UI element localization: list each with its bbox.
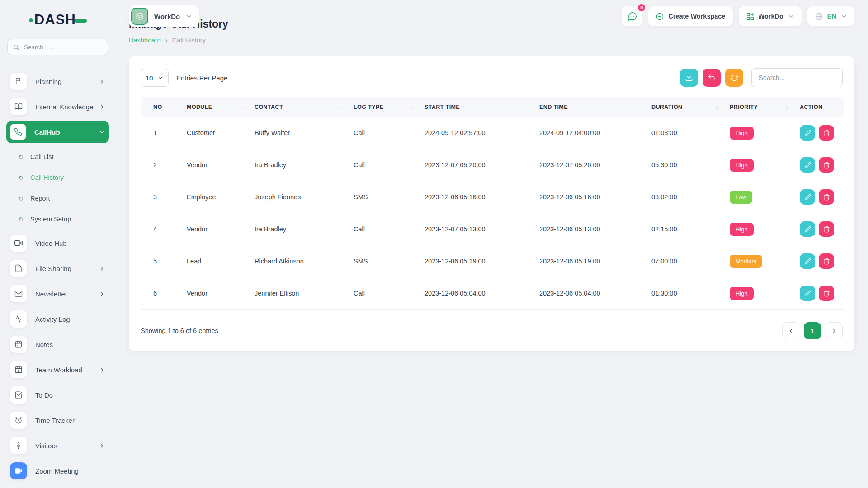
entries-per-page-value: 10: [146, 74, 153, 82]
edit-button[interactable]: [800, 157, 815, 173]
sidebar-subitem-report[interactable]: Report: [6, 188, 109, 209]
sidebar-item-notes[interactable]: Notes: [6, 332, 109, 357]
delete-button[interactable]: [819, 286, 834, 301]
sidebar-item-label: To Do: [35, 391, 53, 399]
pagination-next-button[interactable]: [826, 322, 843, 339]
sort-icon[interactable]: ↑↓: [240, 105, 244, 110]
cell-no: 5: [141, 245, 182, 277]
mail-icon: [10, 285, 27, 302]
messages-button[interactable]: 0: [622, 6, 642, 26]
file-icon: [10, 260, 27, 277]
pagination-page-1-button[interactable]: 1: [804, 322, 821, 339]
circle-bullet-icon: [18, 216, 24, 222]
refresh-button[interactable]: [725, 69, 743, 87]
phone-icon: [10, 124, 26, 140]
circle-bullet-icon: [18, 154, 24, 160]
table-search-input[interactable]: [751, 68, 843, 87]
edit-button[interactable]: [800, 286, 815, 301]
language-selector[interactable]: EN: [807, 6, 854, 26]
cell-priority: High: [725, 117, 795, 149]
sort-icon[interactable]: ↑↓: [339, 105, 343, 110]
delete-button[interactable]: [819, 253, 834, 269]
column-header-start-time[interactable]: START TIME↑↓: [420, 97, 535, 117]
grid-plus-icon: [746, 12, 755, 21]
create-workspace-button[interactable]: Create Workspace: [648, 6, 732, 26]
plus-circle-icon: [656, 12, 664, 21]
sidebar-item-label: CallHub: [34, 128, 60, 136]
person-icon: [10, 437, 27, 454]
cell-no: 4: [141, 213, 182, 245]
sort-icon[interactable]: ↑↓: [525, 105, 528, 110]
sidebar-item-zoom-meeting[interactable]: Zoom Meeting: [6, 458, 109, 483]
sort-icon[interactable]: ↑↓: [785, 105, 789, 110]
sidebar-item-visitors[interactable]: Visitors: [6, 433, 109, 458]
delete-button[interactable]: [819, 125, 834, 141]
sort-icon[interactable]: ↑↓: [637, 105, 641, 110]
cell-duration: 01:30:00: [647, 277, 725, 310]
cell-contact: Richard Atkinson: [250, 245, 349, 277]
sidebar-item-video-hub[interactable]: Video Hub: [6, 230, 109, 256]
column-header-label: PRIORITY: [730, 104, 758, 110]
sidebar-subitem-call-list[interactable]: Call List: [6, 146, 109, 167]
sidebar-subitem-call-history[interactable]: Call History: [6, 167, 109, 188]
cell-start-time: 2023-12-07 05:13:00: [420, 213, 535, 245]
brand-logo[interactable]: DASH: [29, 12, 109, 28]
priority-badge: High: [730, 159, 754, 172]
delete-button[interactable]: [819, 157, 834, 173]
cell-start-time: 2023-12-06 05:04:00: [420, 277, 535, 310]
cell-log-type: Call: [349, 213, 420, 245]
sidebar-item-file-sharing[interactable]: File Sharing: [6, 256, 109, 281]
column-header-module[interactable]: MODULE↑↓: [182, 97, 250, 117]
table-row: 4VendorIra BradleyCall2023-12-07 05:13:0…: [141, 213, 844, 245]
cell-action: [795, 277, 844, 310]
export-download-button[interactable]: [680, 69, 698, 87]
pagination-prev-button[interactable]: [782, 322, 799, 339]
column-header-priority[interactable]: PRIORITY↑↓: [725, 97, 795, 117]
cell-log-type: Call: [349, 149, 420, 181]
sidebar-item-time-tracker[interactable]: Time Tracker: [6, 408, 109, 433]
sidebar-item-to-do[interactable]: To Do: [6, 382, 109, 408]
breadcrumb: Dashboard › Call History: [129, 37, 854, 44]
column-header-contact[interactable]: CONTACT↑↓: [250, 97, 349, 117]
edit-button[interactable]: [800, 253, 815, 269]
sidebar-item-label: Visitors: [35, 442, 57, 450]
undo-back-button[interactable]: [703, 69, 721, 87]
breadcrumb-dashboard-link[interactable]: Dashboard: [129, 37, 161, 44]
chevron-down-icon: [788, 13, 794, 20]
delete-button[interactable]: [819, 221, 834, 237]
edit-button[interactable]: [800, 221, 815, 237]
sidebar-subitem-system-setup[interactable]: System Setup: [6, 209, 109, 230]
cell-duration: 03:02:00: [647, 181, 725, 213]
entries-per-page-select[interactable]: 10: [141, 69, 169, 87]
edit-button[interactable]: [800, 189, 815, 205]
cell-module: Customer: [182, 117, 250, 149]
cell-log-type: Call: [349, 117, 420, 149]
sidebar-subitem-label: Call History: [30, 174, 64, 181]
delete-button[interactable]: [819, 189, 834, 205]
sort-icon[interactable]: ↑↓: [410, 105, 414, 110]
circle-bullet-icon: [18, 175, 24, 181]
edit-button[interactable]: [800, 125, 815, 141]
workdo-menu-button[interactable]: WorkDo: [739, 6, 802, 26]
sidebar-item-newsletter[interactable]: Newsletter: [6, 281, 109, 306]
chat-bubble-icon: [627, 11, 637, 22]
search-icon: [13, 44, 19, 51]
sidebar-item-callhub[interactable]: CallHub: [6, 121, 109, 143]
column-header-duration[interactable]: DURATION↑↓: [647, 97, 725, 117]
sidebar-item-activity-log[interactable]: Activity Log: [6, 306, 109, 332]
sidebar-search-input[interactable]: [23, 43, 103, 51]
sidebar-search: [7, 39, 108, 55]
sidebar-item-internal-knowledge[interactable]: Internal Knowledge: [6, 94, 109, 119]
cell-log-type: SMS: [349, 245, 420, 277]
sidebar-item-planning[interactable]: Planning: [6, 69, 109, 94]
logo-text: DASH: [34, 12, 76, 28]
workspace-switcher[interactable]: WorkDo: [129, 5, 199, 27]
sort-icon[interactable]: ↑↓: [715, 105, 719, 110]
logo-dash-accent: [75, 19, 87, 23]
column-header-label: MODULE: [187, 104, 212, 110]
column-header-no: NO: [141, 97, 182, 117]
cell-start-time: 2023-12-06 05:16:00: [420, 181, 535, 213]
sidebar-item-team-workload[interactable]: Team Workload: [6, 357, 109, 382]
column-header-end-time[interactable]: END TIME↑↓: [535, 97, 647, 117]
column-header-log-type[interactable]: LOG TYPE↑↓: [349, 97, 420, 117]
